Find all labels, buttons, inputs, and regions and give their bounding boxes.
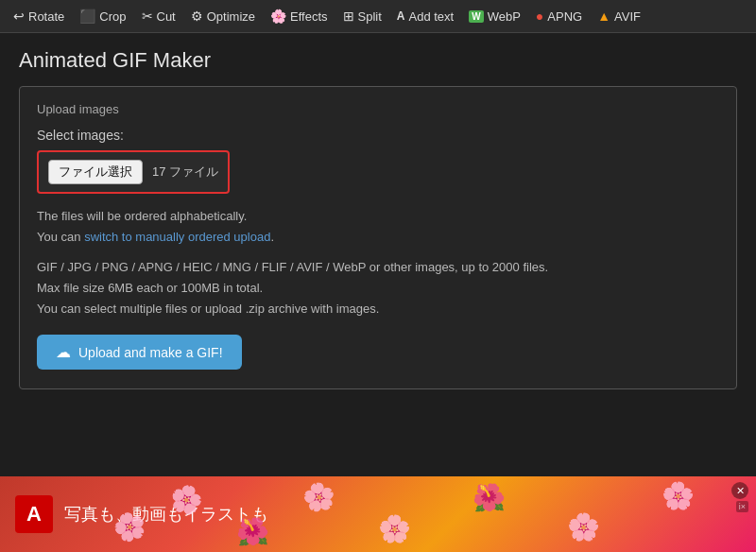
file-types-info: GIF / JPG / PNG / APNG / HEIC / MNG / FL… (37, 257, 719, 319)
flower-decoration-3: 🌺 (236, 516, 269, 547)
ad-close-button[interactable]: ✕ (731, 482, 748, 499)
flower-decoration-5: 🌸 (378, 513, 411, 544)
upload-panel-title: Upload images (37, 102, 719, 116)
toolbar-split[interactable]: ⊞ Split (337, 6, 387, 26)
page-title: Animated GIF Maker (19, 48, 737, 73)
file-types-line1: GIF / JPG / PNG / APNG / HEIC / MNG / FL… (37, 257, 719, 278)
manual-order-link[interactable]: switch to manually ordered upload (84, 230, 270, 244)
rotate-icon: ↩ (13, 9, 25, 24)
toolbar-apng-label: APNG (547, 9, 582, 24)
split-icon: ⊞ (343, 9, 354, 24)
toolbar-webp-label: WebP (488, 9, 521, 24)
addtext-icon: A (397, 9, 405, 23)
toolbar-avif[interactable]: ▲ AVIF (592, 6, 646, 26)
toolbar-optimize[interactable]: ⚙ Optimize (185, 6, 261, 26)
avif-icon: ▲ (597, 9, 610, 24)
ad-badge[interactable]: i× (736, 501, 748, 512)
toolbar: ↩ Rotate ⬛ Crop ✂ Cut ⚙ Optimize 🌸 Effec… (0, 0, 756, 33)
toolbar-effects-label: Effects (290, 9, 328, 24)
file-types-line3: You can select multiple files or upload … (37, 299, 719, 319)
flower-decoration-4: 🌸 (300, 478, 337, 515)
webp-icon: W (469, 10, 483, 23)
alphabetical-info: The files will be ordered alphabetically… (37, 207, 719, 226)
upload-btn-label: Upload and make a GIF! (78, 345, 223, 360)
optimize-icon: ⚙ (191, 9, 203, 24)
toolbar-crop[interactable]: ⬛ Crop (74, 6, 131, 26)
select-images-label: Select images: (37, 128, 719, 143)
crop-icon: ⬛ (79, 9, 95, 24)
file-types-line2: Max file size 6MB each or 100MB in total… (37, 278, 719, 299)
choose-file-button[interactable]: ファイル選択 (48, 160, 143, 184)
toolbar-effects[interactable]: 🌸 Effects (265, 6, 334, 26)
apng-icon: ● (536, 9, 543, 24)
upload-button[interactable]: ☁ Upload and make a GIF! (37, 335, 242, 370)
upload-icon: ☁ (56, 343, 71, 361)
toolbar-apng[interactable]: ● APNG (530, 6, 588, 26)
toolbar-split-label: Split (358, 9, 382, 24)
manual-order-prefix: You can (37, 230, 84, 244)
manual-order-suffix: . (270, 230, 274, 244)
manual-order-info: You can switch to manually ordered uploa… (37, 228, 719, 247)
effects-icon: 🌸 (270, 9, 286, 24)
toolbar-addtext-label: Add text (409, 9, 455, 24)
cut-icon: ✂ (142, 9, 153, 24)
toolbar-avif-label: AVIF (614, 9, 641, 24)
flower-decoration-8: 🌸 (662, 480, 695, 511)
toolbar-addtext[interactable]: A Add text (391, 7, 459, 26)
ad-banner: 🌸 🌸 🌺 🌸 🌸 🌺 🌸 🌸 A 写真も、動画もイラストも ✕ i× (0, 476, 756, 552)
toolbar-crop-label: Crop (99, 9, 126, 24)
toolbar-webp[interactable]: W WebP (463, 7, 526, 26)
ad-logo: A (15, 495, 53, 533)
main-content: Animated GIF Maker Upload images Select … (0, 33, 756, 405)
toolbar-optimize-label: Optimize (207, 9, 255, 24)
toolbar-cut-label: Cut (157, 9, 176, 24)
toolbar-cut[interactable]: ✂ Cut (136, 6, 181, 26)
flower-decoration-7: 🌸 (567, 511, 600, 543)
flower-decoration-6: 🌺 (472, 482, 506, 513)
toolbar-rotate[interactable]: ↩ Rotate (8, 6, 70, 26)
upload-panel: Upload images Select images: ファイル選択 17 フ… (19, 86, 737, 389)
file-count-label: 17 ファイル (152, 164, 218, 181)
file-input-wrapper: ファイル選択 17 ファイル (37, 150, 230, 194)
toolbar-rotate-label: Rotate (28, 9, 64, 24)
